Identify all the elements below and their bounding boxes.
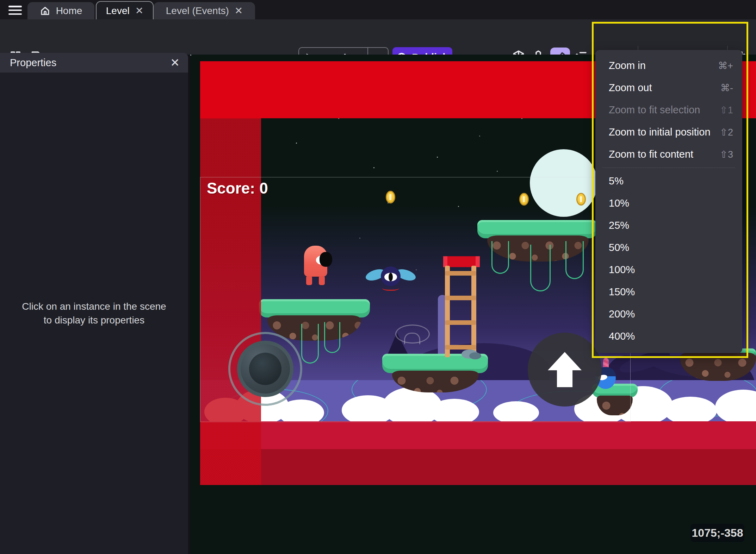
- properties-panel-body: Click on an instance in the scene to dis…: [0, 73, 188, 554]
- close-tab-icon[interactable]: ✕: [235, 6, 243, 16]
- menu-item-zoom-fit-selection: Zoom to fit selection⇧1: [595, 99, 742, 121]
- tab-home-label: Home: [56, 5, 82, 17]
- jump-button[interactable]: [528, 333, 602, 407]
- tab-home[interactable]: Home: [27, 2, 94, 19]
- main-menu-icon[interactable]: [8, 6, 22, 15]
- red-floor-upper[interactable]: [200, 421, 756, 449]
- menu-item-zoom-5[interactable]: 5%: [595, 170, 742, 192]
- menu-item-zoom-100[interactable]: 100%: [595, 259, 742, 281]
- score-text: Score: 0: [207, 180, 268, 197]
- up-arrow-icon: [548, 352, 582, 387]
- tab-bar: Home Level ✕ Level (Events) ✕: [0, 0, 756, 19]
- cloud: [664, 397, 717, 425]
- coin-sprite[interactable]: [519, 193, 529, 206]
- properties-panel-header: Properties ✕: [0, 53, 188, 73]
- stars: [190, 55, 191, 56]
- close-icon[interactable]: ✕: [170, 57, 180, 68]
- close-tab-icon[interactable]: ✕: [135, 6, 143, 16]
- menu-item-zoom-in[interactable]: Zoom in⌘+: [595, 55, 742, 77]
- gdevelop-app: Home Level ✕ Level (Events) ✕ Preview: [0, 0, 756, 554]
- tab-level[interactable]: Level ✕: [96, 1, 154, 20]
- joystick-center: [249, 353, 281, 385]
- coin-sprite[interactable]: [386, 191, 395, 203]
- properties-panel-title: Properties: [10, 57, 56, 69]
- menu-item-zoom-fit-content[interactable]: Zoom to fit content⇧3: [595, 143, 742, 165]
- menu-item-zoom-initial-position[interactable]: Zoom to initial position⇧2: [595, 121, 742, 143]
- tab-level-events-label: Level (Events): [166, 5, 229, 17]
- platform-right-edge[interactable]: [680, 348, 756, 394]
- menu-item-zoom-400[interactable]: 400%: [595, 325, 742, 347]
- menu-item-zoom-50[interactable]: 50%: [595, 237, 742, 259]
- menu-item-zoom-10[interactable]: 10%: [595, 192, 742, 214]
- tab-level-events[interactable]: Level (Events) ✕: [154, 2, 255, 19]
- menu-item-zoom-out[interactable]: Zoom out⌘-: [595, 77, 742, 99]
- tab-level-label: Level: [106, 5, 130, 17]
- properties-empty-message: Click on an instance in the scene to dis…: [17, 300, 172, 327]
- toolbar: Preview Publish: [0, 19, 756, 55]
- home-icon: [40, 6, 50, 16]
- menu-item-zoom-25[interactable]: 25%: [595, 214, 742, 237]
- menu-divider: [602, 168, 735, 168]
- menu-item-zoom-150[interactable]: 150%: [595, 281, 742, 303]
- red-floor-lower[interactable]: [200, 449, 756, 485]
- coin-sprite[interactable]: [576, 193, 586, 206]
- zoom-menu: Zoom in⌘+ Zoom out⌘- Zoom to fit selecti…: [595, 50, 742, 353]
- cursor-coordinates-badge: 1075;-358: [690, 524, 744, 542]
- menu-item-zoom-200[interactable]: 200%: [595, 303, 742, 325]
